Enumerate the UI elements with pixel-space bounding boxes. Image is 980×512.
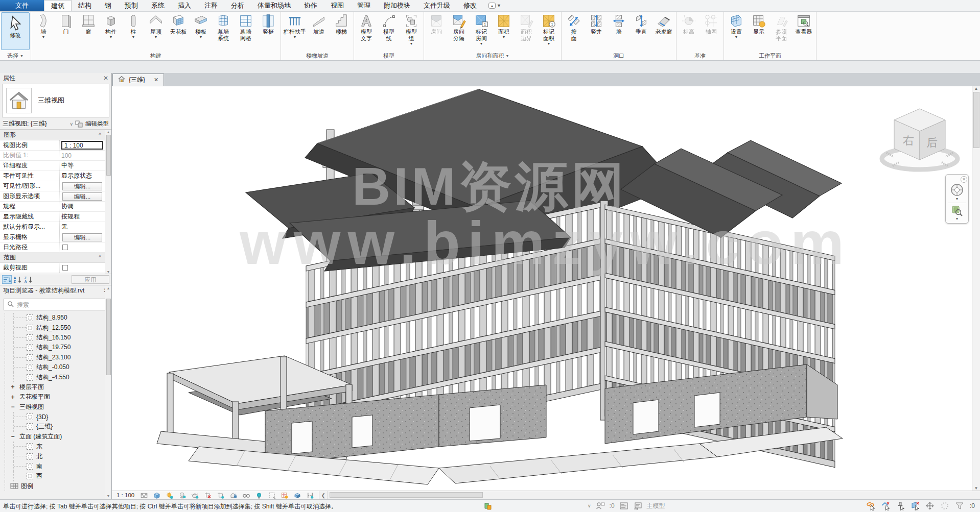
visual-style-icon[interactable] (153, 492, 161, 499)
progress-circle-icon[interactable] (940, 501, 949, 510)
ribbon-button-3-2[interactable]: 模型组▼ (400, 12, 423, 45)
tree-item-label[interactable]: 结构_8.950 (36, 313, 67, 322)
property-value[interactable]: 编辑... (59, 232, 105, 242)
navbar-zoom-dropdown-icon[interactable]: ▼ (955, 217, 959, 221)
ribbon-button-7-3[interactable]: 查看器 (792, 12, 815, 35)
viewcube[interactable]: 右 后 (877, 102, 964, 178)
ribbon-button-1-7[interactable]: 楼板▼ (190, 12, 212, 39)
crop-off-icon[interactable] (204, 492, 212, 499)
edit-button[interactable]: 编辑... (62, 192, 102, 201)
ribbon-button-2-0[interactable]: 栏杆扶手▼ (282, 12, 308, 39)
property-value[interactable]: 编辑... (59, 191, 105, 201)
property-value[interactable]: 1 : 100 (59, 140, 105, 150)
navbar-wheel-dropdown-icon[interactable]: ▼ (955, 197, 959, 201)
property-value[interactable]: 100 (59, 151, 105, 160)
ribbon-button-2-1[interactable]: 坡道 (308, 12, 330, 35)
search-input[interactable] (17, 301, 104, 308)
reveal-hidden-icon[interactable] (255, 492, 263, 499)
expand-icon[interactable]: + (10, 383, 15, 391)
sort-za-icon[interactable]: ZA (24, 275, 33, 284)
checkbox[interactable] (62, 265, 68, 271)
ribbon-button-4-1[interactable]: 房间分隔 (448, 12, 470, 42)
ribbon-button-1-6[interactable]: 天花板 (167, 12, 190, 35)
view-tab-3d[interactable]: {三维} ✕ (112, 74, 164, 86)
ribbon-button-1-9[interactable]: 幕墙网格 (235, 12, 257, 42)
ribbon-button-3-1[interactable]: 模型线 (378, 12, 400, 42)
shadows-icon[interactable] (178, 492, 186, 499)
tree-item-label[interactable]: 结构_19.750 (36, 343, 71, 352)
tree-item-13[interactable]: 东 (0, 442, 105, 451)
tree-item-4[interactable]: 结构_23.100 (0, 353, 105, 362)
active-option-icon[interactable] (633, 501, 642, 510)
ribbon-button-5-0[interactable]: 按面 (563, 12, 585, 42)
ribbon-button-1-1[interactable]: 门 (55, 12, 77, 35)
properties-close-icon[interactable]: ✕ (103, 75, 108, 81)
properties-scrollbar[interactable]: ▲▼ (105, 130, 111, 274)
ribbon-tab-4[interactable]: 系统 (145, 0, 171, 11)
tree-item-label[interactable]: 结构_12.550 (36, 324, 71, 332)
tree-item-16[interactable]: 西 (0, 471, 105, 481)
view-tab-close-icon[interactable]: ✕ (154, 77, 158, 83)
zoom-tool-icon[interactable] (951, 205, 963, 217)
ribbon-button-0-0[interactable]: 修改 (1, 12, 30, 50)
ribbon-group-label-4[interactable]: 房间和面积▼ (425, 52, 560, 60)
ribbon-button-7-1[interactable]: 显示 (748, 12, 770, 35)
tree-item-6[interactable]: 结构_-4.550 (0, 372, 105, 382)
ribbon-tab-6[interactable]: 注释 (198, 0, 224, 11)
tree-item-label[interactable]: 天花板平面 (19, 393, 50, 401)
tree-item-3[interactable]: 结构_19.750 (0, 343, 105, 352)
tree-item-label[interactable]: {三维} (36, 422, 53, 431)
tree-item-1[interactable]: 结构_12.550 (0, 323, 105, 332)
ribbon-button-2-2[interactable]: 楼梯 (330, 12, 353, 35)
select-underlay-icon[interactable] (881, 501, 890, 510)
tree-item-label[interactable]: 南 (36, 462, 42, 471)
worksets-icon[interactable] (483, 501, 493, 510)
ribbon-button-1-5[interactable]: 屋顶▼ (145, 12, 167, 39)
sort-az-icon[interactable]: AZ (13, 275, 22, 284)
ribbon-tab-14[interactable]: 修改 (457, 0, 483, 11)
temporary-view-icon[interactable] (293, 492, 301, 499)
sort-custom-icon[interactable] (2, 275, 12, 284)
canvas-horizontal-scrollbar[interactable] (328, 491, 980, 499)
edit-button[interactable]: 编辑... (62, 233, 102, 241)
lock-view-icon[interactable] (229, 492, 238, 499)
ribbon-button-4-3[interactable]: 面积▼ (493, 12, 515, 39)
tree-item-label[interactable]: 楼层平面 (19, 383, 44, 392)
navbar-close-icon[interactable]: ✕ (961, 176, 967, 183)
property-value[interactable]: 无 (59, 222, 105, 232)
tree-item-label[interactable]: 三维视图 (19, 403, 44, 411)
tree-item-label[interactable]: 结构_-0.050 (36, 363, 69, 372)
steering-wheel-icon[interactable] (950, 183, 964, 197)
browser-search[interactable] (4, 299, 108, 310)
tree-item-label[interactable]: 北 (36, 452, 42, 461)
ribbon-group-label-0[interactable]: 选择▼ (1, 52, 30, 60)
view-bar-collapse-icon[interactable]: ❮ (319, 491, 328, 499)
ribbon-tab-8[interactable]: 体量和场地 (251, 0, 297, 11)
edit-type-button[interactable]: 编辑类型 (85, 120, 109, 128)
collapse-icon[interactable]: − (10, 403, 15, 410)
ribbon-button-5-4[interactable]: 老虎窗 (652, 12, 675, 35)
ribbon-button-7-0[interactable]: 设置▼ (725, 12, 748, 39)
crop-region-icon[interactable] (217, 492, 225, 499)
tree-item-label[interactable]: 结构_23.100 (36, 353, 71, 362)
ribbon-tab-1[interactable]: 结构 (72, 0, 98, 11)
worksharing-display-icon[interactable] (281, 492, 289, 499)
sun-path-icon[interactable] (166, 492, 174, 499)
tree-item-17[interactable]: 图例 (0, 481, 105, 491)
detail-level-icon[interactable] (140, 492, 148, 499)
main-model-label[interactable]: 主模型 (647, 502, 665, 510)
hide-isolate-icon[interactable] (242, 492, 250, 499)
tree-item-12[interactable]: −立面 (建筑立面) (0, 432, 105, 442)
ribbon-button-4-2[interactable]: 1标记房间▼ (470, 12, 493, 45)
select-pinned-icon[interactable] (896, 501, 905, 510)
property-value[interactable]: 中等 (59, 161, 105, 170)
ribbon-button-1-2[interactable]: 窗 (77, 12, 100, 35)
selection-box-icon[interactable] (268, 492, 276, 499)
ribbon-button-1-4[interactable]: 柱▼ (122, 12, 145, 39)
selector-dropdown-icon[interactable]: ∨ (69, 121, 73, 127)
ribbon-button-4-5[interactable]: 1标记面积▼ (538, 12, 560, 45)
view-scale-button[interactable]: 1 : 100 (116, 492, 134, 498)
ribbon-button-5-2[interactable]: 墙 (608, 12, 630, 35)
tree-item-0[interactable]: 结构_8.950 (0, 313, 105, 323)
editable-only-icon[interactable] (596, 501, 605, 510)
